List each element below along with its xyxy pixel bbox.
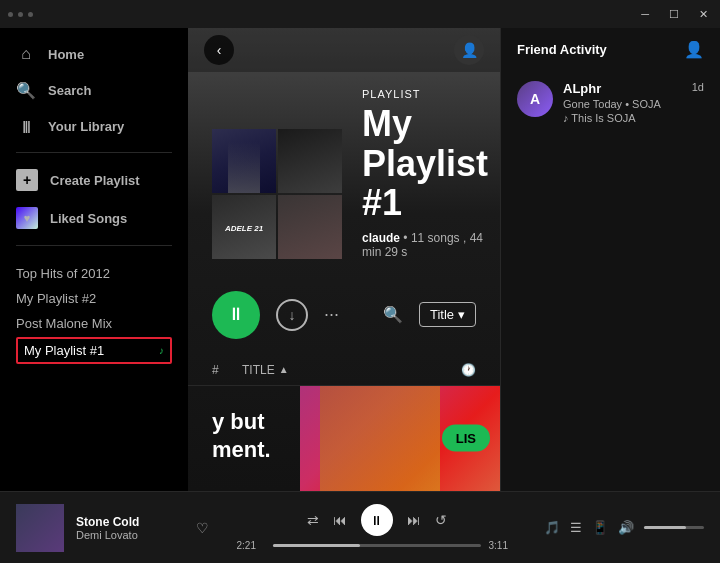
track-title-header[interactable]: TITLE ▲ [242, 363, 461, 377]
playlist-title: MyPlaylist#1 [362, 104, 488, 223]
sidebar-divider-2 [16, 245, 172, 246]
close-button[interactable]: ✕ [695, 6, 712, 23]
sidebar: ⌂ Home 🔍 Search ||| Your Library + Creat… [0, 28, 188, 491]
sort-label: Title [430, 307, 454, 322]
now-playing-artist: Demi Lovato [76, 529, 176, 541]
sidebar-item-search-label: Search [48, 83, 91, 98]
track-duration-header: 🕐 [461, 363, 476, 377]
back-button[interactable]: ‹ [204, 35, 234, 65]
chevron-down-icon: ▾ [458, 307, 465, 322]
search-tracks-button[interactable]: 🔍 [383, 305, 403, 324]
title-dot-2 [18, 12, 23, 17]
profile-icon: 👤 [461, 42, 478, 58]
banner-line-1: y but [212, 408, 271, 437]
play-pause-main-button[interactable]: ⏸ [361, 504, 393, 536]
bottom-player: Stone Cold Demi Lovato ♡ ⇄ ⏮ ⏸ ⏭ ↺ 2:21 … [0, 491, 720, 563]
sidebar-playlist-2[interactable]: My Playlist #2 [16, 287, 172, 310]
current-time: 2:21 [237, 540, 265, 551]
album-art-4 [278, 195, 342, 259]
volume-icon: 🔊 [618, 520, 634, 535]
shuffle-button[interactable]: ⇄ [307, 512, 319, 528]
playlist-info: PLAYLIST MyPlaylist#1 claude • 11 songs … [362, 88, 488, 259]
volume-slider[interactable] [644, 526, 704, 529]
queue-button[interactable]: ☰ [570, 520, 582, 535]
profile-button[interactable]: 👤 [454, 35, 484, 65]
friend-activity-icon[interactable]: 👤 [684, 40, 704, 59]
album-art-3: ADELE 21 [212, 195, 276, 259]
friend-name: ALphr [563, 81, 682, 96]
volume-fill [644, 526, 686, 529]
song-count: 11 songs [411, 231, 460, 245]
friend-avatar: A [517, 81, 553, 117]
download-icon: ↓ [289, 307, 296, 323]
playing-indicator: ♪ [159, 345, 164, 356]
window-controls: ─ ☐ ✕ [637, 6, 712, 23]
sort-dropdown[interactable]: Title ▾ [419, 302, 476, 327]
sidebar-item-home-label: Home [48, 47, 84, 62]
title-bar: ─ ☐ ✕ [0, 0, 720, 28]
playlist-meta: claude • 11 songs , 44 min 29 s [362, 231, 488, 259]
devices-button[interactable]: 📱 [592, 520, 608, 535]
total-time: 3:11 [489, 540, 517, 551]
now-playing-title: Stone Cold [76, 515, 176, 529]
sidebar-item-library-label: Your Library [48, 119, 124, 134]
album-art-2 [278, 129, 342, 193]
banner-area: y but ment. LIS [188, 386, 500, 491]
meta-separator-2: , [463, 231, 470, 245]
playlist-author: claude [362, 231, 400, 245]
active-playlist-label: My Playlist #1 [24, 343, 104, 358]
minimize-button[interactable]: ─ [637, 6, 653, 23]
create-playlist-button[interactable]: + Create Playlist [0, 161, 188, 199]
sidebar-item-home[interactable]: ⌂ Home [0, 36, 188, 72]
download-button[interactable]: ↓ [276, 299, 308, 331]
now-playing-info: Stone Cold Demi Lovato [76, 515, 176, 541]
player-controls: ⇄ ⏮ ⏸ ⏭ ↺ [307, 504, 447, 536]
sidebar-playlist-post-malone[interactable]: Post Malone Mix [16, 312, 172, 335]
more-options-button[interactable]: ··· [324, 304, 339, 325]
liked-songs-button[interactable]: ♥ Liked Songs [0, 199, 188, 237]
heart-icon: ♥ [16, 207, 38, 229]
banner-person-image [320, 386, 440, 491]
banner-cta-button[interactable]: LIS [442, 425, 490, 452]
sidebar-item-library[interactable]: ||| Your Library [0, 108, 188, 144]
meta-separator: • [403, 231, 411, 245]
track-list-header: # TITLE ▲ 🕐 [188, 355, 500, 386]
like-button[interactable]: ♡ [196, 520, 209, 536]
friend-activity-title: Friend Activity [517, 42, 607, 57]
library-icon: ||| [16, 116, 36, 136]
now-playing-thumbnail [16, 504, 64, 552]
repeat-button[interactable]: ↺ [435, 512, 447, 528]
album-grid: ADELE 21 [212, 129, 342, 259]
friend-song: Gone Today • SOJA [563, 98, 682, 110]
liked-songs-label: Liked Songs [50, 211, 127, 226]
progress-bar: 2:21 3:11 [237, 540, 517, 551]
playlist-list: Top Hits of 2012 My Playlist #2 Post Mal… [0, 262, 188, 364]
sidebar-playlist-top-hits[interactable]: Top Hits of 2012 [16, 262, 172, 285]
sidebar-playlist-1[interactable]: My Playlist #1 ♪ [16, 337, 172, 364]
title-dot-3 [28, 12, 33, 17]
friend-note: ♪ This Is SOJA [563, 112, 682, 124]
next-button[interactable]: ⏭ [407, 512, 421, 528]
friend-time: 1d [692, 81, 704, 93]
title-dot-1 [8, 12, 13, 17]
playlist-hero: ADELE 21 PLAYLIST MyPlaylist#1 claude • … [188, 72, 500, 275]
sidebar-item-search[interactable]: 🔍 Search [0, 72, 188, 108]
search-icon: 🔍 [16, 80, 36, 100]
plus-icon: + [16, 169, 38, 191]
previous-button[interactable]: ⏮ [333, 512, 347, 528]
sidebar-divider [16, 152, 172, 153]
friend-item: A ALphr Gone Today • SOJA ♪ This Is SOJA… [501, 71, 720, 134]
progress-fill [273, 544, 360, 547]
right-panel: Friend Activity 👤 A ALphr Gone Today • S… [500, 28, 720, 491]
controls-bar: ⏸ ↓ ··· 🔍 Title ▾ [188, 275, 500, 355]
create-playlist-label: Create Playlist [50, 173, 140, 188]
album-art-1 [212, 129, 276, 193]
progress-track[interactable] [273, 544, 481, 547]
play-pause-button[interactable]: ⏸ [212, 291, 260, 339]
playlist-type-label: PLAYLIST [362, 88, 488, 100]
main-container: ⌂ Home 🔍 Search ||| Your Library + Creat… [0, 28, 720, 491]
maximize-button[interactable]: ☐ [665, 6, 683, 23]
sort-arrow-icon: ▲ [279, 364, 289, 375]
player-right: 🎵 ☰ 📱 🔊 [544, 520, 704, 535]
lyrics-button[interactable]: 🎵 [544, 520, 560, 535]
